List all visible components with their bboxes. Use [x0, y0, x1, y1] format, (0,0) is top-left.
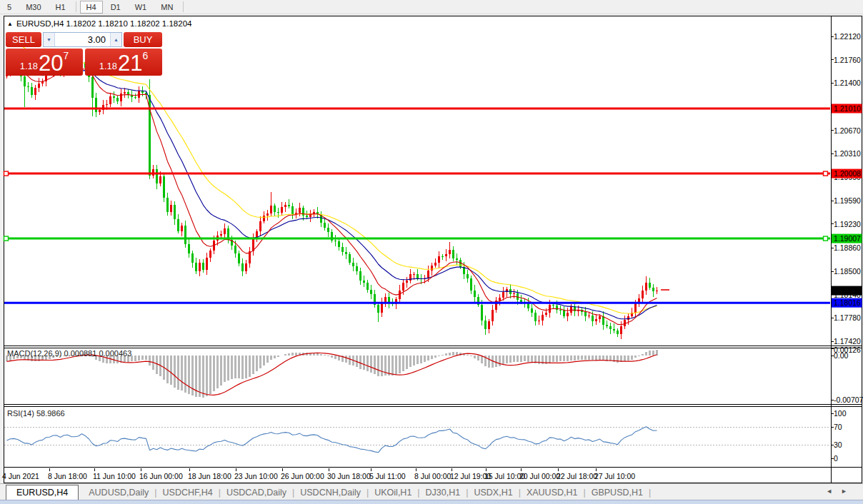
- mt4-window: 5M30H1H4D1W1MN 1.221201.217601.214001.20…: [0, 0, 863, 504]
- price-axis-label: 1.17420: [834, 337, 861, 346]
- tab-scroll-right-icon[interactable]: ►: [841, 488, 856, 495]
- time-axis-label: 16 Jun 00:00: [139, 472, 183, 480]
- time-axis-label: 30 Jun 18:00: [327, 472, 371, 480]
- chart-title: ▲EURUSD,H4 1.18202 1.18210 1.18202 1.182…: [7, 19, 191, 28]
- collapse-panel-icon[interactable]: ▲: [7, 21, 13, 27]
- time-axis-label: 22 Jul 18:00: [557, 472, 597, 480]
- time-axis-label: 5 Jul 11:00: [369, 472, 406, 480]
- buy-price-prefix: 1.18: [99, 61, 117, 71]
- volume-spinner: ▼ 3.00 ▲: [43, 32, 122, 47]
- buy-button[interactable]: BUY: [124, 32, 162, 47]
- price-axis-label: 1.18500: [834, 267, 861, 276]
- price-axis-label: 1.17780: [834, 313, 861, 322]
- tab-usdcad-daily[interactable]: USDCAD,Daily: [221, 486, 292, 499]
- svg-text:1.18204: 1.18204: [834, 286, 861, 295]
- volume-decrease-button[interactable]: ▼: [44, 33, 55, 46]
- svg-text:1.19007: 1.19007: [834, 234, 861, 243]
- time-axis-label: 27 Jul 10:00: [594, 472, 635, 480]
- tab-ukoil-h1[interactable]: UKOil,H1: [369, 486, 417, 499]
- time-axis-label: 23 Jun 10:00: [234, 472, 278, 480]
- price-badge-1.18016: 1.18016: [832, 298, 862, 308]
- tab-scroll-arrows: ◄►: [826, 488, 856, 495]
- sell-price-prefix: 1.18: [20, 61, 38, 71]
- sell-price-tile[interactable]: 1.18207: [6, 49, 83, 76]
- svg-text:1.21010: 1.21010: [834, 104, 861, 113]
- price-axis-label: 1.21400: [834, 79, 861, 87]
- hline-handle: [4, 236, 9, 241]
- volume-input[interactable]: 3.00: [55, 33, 110, 46]
- hline-handle: [824, 236, 828, 241]
- tab-dj30-h1[interactable]: DJ30,H1: [420, 486, 467, 499]
- price-axis-label: 1.22120: [834, 32, 861, 41]
- tab-separator: |: [649, 488, 651, 498]
- macd-indicator-label: MACD(12,26,9) 0.000881 0.000463: [7, 349, 131, 358]
- tab-usdcnh-daily[interactable]: USDCNH,Daily: [294, 486, 366, 499]
- price-axis-label: 1.20670: [834, 126, 861, 135]
- buy-price-big: 21: [118, 53, 142, 74]
- tab-audusd-daily[interactable]: AUDUSD,Daily: [83, 486, 154, 499]
- status-bar: [0, 500, 863, 504]
- time-axis-label: 18 Jun 18:00: [188, 472, 231, 480]
- one-click-trading-panel: SELL ▼ 3.00 ▲ BUY 1.18207 1.18216: [6, 32, 162, 76]
- tab-eurusd-h4[interactable]: EURUSD,H4: [6, 485, 79, 500]
- price-badge-1.20008: 1.20008: [832, 169, 862, 178]
- time-axis-label: 26 Jun 00:00: [281, 472, 324, 480]
- price-badge-1.21010: 1.21010: [832, 104, 862, 114]
- rsi-axis-label: 70: [834, 423, 842, 431]
- rsi-indicator-label: RSI(14) 58.9866: [7, 409, 65, 418]
- spin-up-icon: ▲: [114, 37, 119, 42]
- price-badge-1.19007: 1.19007: [832, 234, 862, 243]
- time-axis-label: 20 Jul 00:00: [519, 472, 560, 480]
- sell-price-sup: 7: [64, 50, 69, 61]
- volume-increase-button[interactable]: ▲: [110, 33, 121, 46]
- tab-usdx-h1[interactable]: USDX,H1: [468, 486, 518, 499]
- macd-axis-label: -0.00707: [834, 395, 863, 404]
- chart-window-frame: [4, 16, 862, 483]
- svg-text:1.18016: 1.18016: [834, 298, 861, 307]
- price-axis-label: 1.20310: [834, 149, 861, 158]
- chart-tabs: EURUSD,H4AUDUSD,Daily|USDCHF,H4|USDCAD,D…: [0, 485, 651, 500]
- price-axis-label: 1.19590: [834, 196, 861, 205]
- tab-usdchf-h4[interactable]: USDCHF,H4: [157, 486, 219, 499]
- rsi-axis-label: 100: [834, 409, 847, 418]
- tab-scroll-left-icon[interactable]: ◄: [826, 488, 841, 495]
- time-axis-label: 8 Jul 00:00: [414, 472, 452, 480]
- price-axis-label: 1.21760: [834, 56, 861, 64]
- time-axis-label: 4 Jun 2021: [2, 472, 39, 480]
- hline-handle: [4, 171, 9, 176]
- svg-text:1.20008: 1.20008: [834, 169, 861, 178]
- sell-price-big: 20: [39, 53, 63, 74]
- buy-price-tile[interactable]: 1.18216: [85, 49, 162, 76]
- tab-xauusd-h1[interactable]: XAUUSD,H1: [521, 486, 584, 499]
- chart-tab-bar: EURUSD,H4AUDUSD,Daily|USDCHF,H4|USDCAD,D…: [0, 483, 863, 500]
- time-axis-label: 11 Jun 10:00: [93, 472, 136, 480]
- buy-price-sup: 6: [143, 50, 149, 61]
- rsi-axis-label: 30: [834, 440, 842, 449]
- sell-button[interactable]: SELL: [6, 32, 41, 47]
- tab-gbpusd-h1[interactable]: GBPUSD,H1: [586, 486, 649, 499]
- price-axis-label: 1.19230: [834, 220, 861, 228]
- spin-down-icon: ▼: [46, 37, 51, 42]
- last-price-badge: 1.18204: [832, 286, 862, 296]
- chart-title-text: EURUSD,H4 1.18202 1.18210 1.18202 1.1820…: [16, 19, 192, 28]
- macd-axis-label: 0.00: [834, 351, 849, 360]
- time-axis-label: 8 Jun 18:00: [48, 472, 87, 480]
- price-axis-label: 1.18860: [834, 243, 861, 252]
- hline-handle: [824, 171, 828, 176]
- rsi-axis-label: 0: [834, 454, 838, 463]
